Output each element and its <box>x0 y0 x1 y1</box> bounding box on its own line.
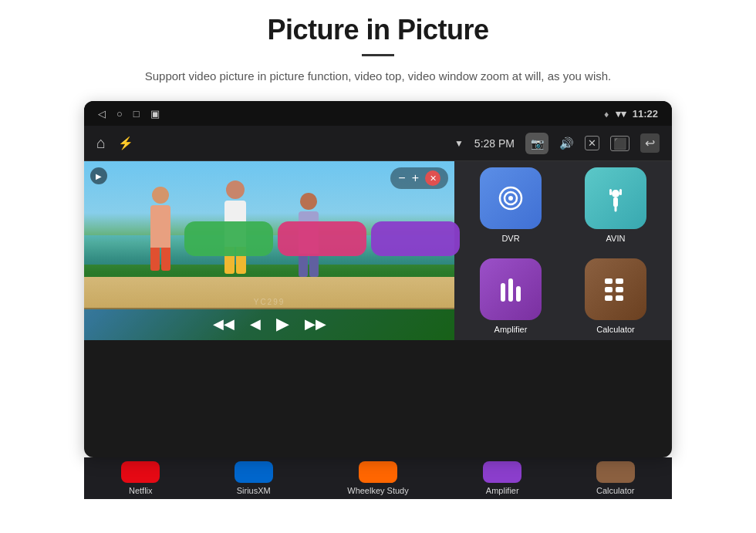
nav-left: ⌂ ⚡ <box>96 134 133 152</box>
svg-rect-6 <box>619 189 622 195</box>
svg-rect-5 <box>609 189 612 195</box>
calculator-svg <box>599 272 633 306</box>
partial-top-apps <box>184 221 460 256</box>
nav-right: ▼ 5:28 PM 📷 🔊 ✕ ⬛ ↩ <box>454 133 660 154</box>
svg-rect-9 <box>508 278 513 302</box>
back-icon[interactable]: ↩ <box>640 133 660 153</box>
bottom-wheelkey[interactable]: Wheelkey Study <box>347 461 408 495</box>
calculator-icon <box>585 258 646 320</box>
netflix-bottom-label: Netflix <box>129 486 153 495</box>
netflix-thumb <box>121 461 160 483</box>
person-figure-1 <box>150 187 170 271</box>
usb-icon: ⚡ <box>118 136 133 150</box>
pip-plus-button[interactable]: + <box>412 171 419 185</box>
app-calculator[interactable]: Calculator <box>585 258 646 334</box>
title-divider <box>362 54 394 56</box>
calculator-thumb <box>596 461 635 483</box>
svg-point-2 <box>508 196 513 201</box>
watermark: YC299 <box>254 298 285 306</box>
dvr-label: DVR <box>501 234 519 243</box>
pip-close-button[interactable]: ✕ <box>425 170 440 186</box>
location-icon: ⬧ <box>603 108 609 120</box>
video-controls[interactable]: ◀◀ ◀ ▶ ▶▶ <box>84 308 454 340</box>
wheelkey-partial[interactable] <box>371 221 460 256</box>
svg-rect-14 <box>616 287 623 292</box>
netflix-partial[interactable] <box>184 221 273 256</box>
svg-rect-11 <box>605 278 613 284</box>
siriusxm-bottom-label: SiriusXM <box>237 486 271 495</box>
svg-rect-16 <box>616 295 623 301</box>
avin-label: AVIN <box>606 234 626 243</box>
svg-point-3 <box>612 190 619 197</box>
volume-icon[interactable]: 🔊 <box>559 137 574 150</box>
bottom-calculator[interactable]: Calculator <box>596 461 635 495</box>
status-bar-left: ◁ ○ □ ▣ <box>98 108 160 120</box>
siriusxm-partial[interactable] <box>278 221 366 256</box>
dvr-icon <box>480 167 542 229</box>
prev-button[interactable]: ◀ <box>250 315 261 332</box>
siriusxm-thumb <box>235 461 273 483</box>
calculator-label: Calculator <box>596 325 635 334</box>
avin-svg <box>599 181 633 215</box>
bottom-app-labels: Netflix SiriusXM Wheelkey Study Amplifie… <box>84 457 672 499</box>
wifi-icon: ▾▾ <box>616 108 626 120</box>
pip-record-indicator: ▶ <box>90 167 107 184</box>
dvr-svg <box>494 181 528 215</box>
app-dvr[interactable]: DVR <box>480 167 542 243</box>
amplifier-svg <box>494 272 528 306</box>
svg-rect-15 <box>605 295 613 301</box>
app-row-2: Amplifier <box>462 258 664 334</box>
nav-time: 5:28 PM <box>474 137 515 150</box>
amplifier-label: Amplifier <box>494 325 528 334</box>
svg-rect-12 <box>616 278 623 284</box>
svg-rect-8 <box>501 283 505 302</box>
bottom-siriusxm[interactable]: SiriusXM <box>235 461 273 495</box>
close-icon[interactable]: ✕ <box>585 136 599 150</box>
nav-bar: ⌂ ⚡ ▼ 5:28 PM 📷 🔊 ✕ ⬛ ↩ <box>84 126 672 161</box>
app-grid: DVR <box>454 161 672 340</box>
camera-icon: 📷 <box>531 137 544 150</box>
status-time: 11:22 <box>633 108 658 120</box>
camera-button[interactable]: 📷 <box>525 133 548 154</box>
next-button[interactable]: ▶▶ <box>305 315 326 332</box>
pip-minus-button[interactable]: − <box>398 171 405 185</box>
screenshot-icon[interactable]: ▣ <box>150 108 160 120</box>
rewind-button[interactable]: ◀◀ <box>213 315 235 332</box>
wheelkey-bottom-label: Wheelkey Study <box>347 486 408 495</box>
pip-controls[interactable]: − + ✕ <box>390 167 448 189</box>
status-bar: ◁ ○ □ ▣ ⬧ ▾▾ 11:22 <box>84 101 672 126</box>
amplifier-bottom-label: Amplifier <box>486 486 519 495</box>
page-subtitle: Support video picture in picture functio… <box>145 67 611 86</box>
home-icon[interactable]: ⌂ <box>96 134 106 152</box>
home-nav-icon[interactable]: ○ <box>116 108 123 120</box>
bottom-amplifier[interactable]: Amplifier <box>483 461 521 495</box>
back-nav-icon[interactable]: ◁ <box>98 108 106 120</box>
calculator-bottom-label: Calculator <box>596 486 635 495</box>
recents-nav-icon[interactable]: □ <box>133 108 140 120</box>
wheelkey-thumb <box>359 461 397 483</box>
amplifier-thumb <box>483 461 521 483</box>
android-device: ◁ ○ □ ▣ ⬧ ▾▾ 11:22 ⌂ ⚡ ▼ <box>84 101 672 457</box>
device-mockup: ◁ ○ □ ▣ ⬧ ▾▾ 11:22 ⌂ ⚡ ▼ <box>84 101 672 499</box>
app-amplifier[interactable]: Amplifier <box>480 258 542 334</box>
app-avin[interactable]: AVIN <box>585 167 646 243</box>
wifi-nav-icon: ▼ <box>454 138 464 149</box>
page-title: Picture in Picture <box>267 14 488 46</box>
play-button[interactable]: ▶ <box>276 314 289 334</box>
amplifier-icon <box>480 258 542 320</box>
svg-rect-13 <box>605 287 613 292</box>
svg-rect-10 <box>516 286 521 302</box>
svg-rect-4 <box>613 197 618 207</box>
video-section[interactable]: ▶ − + ✕ YC299 ◀◀ ◀ <box>84 161 454 340</box>
bottom-netflix[interactable]: Netflix <box>121 461 160 495</box>
pip-icon[interactable]: ⬛ <box>610 136 629 151</box>
status-bar-right: ⬧ ▾▾ 11:22 <box>603 108 658 120</box>
avin-icon <box>585 167 646 229</box>
record-icon: ▶ <box>96 172 102 180</box>
app-row-1: DVR <box>462 167 664 243</box>
main-content: ▶ − + ✕ YC299 ◀◀ ◀ <box>84 161 672 340</box>
